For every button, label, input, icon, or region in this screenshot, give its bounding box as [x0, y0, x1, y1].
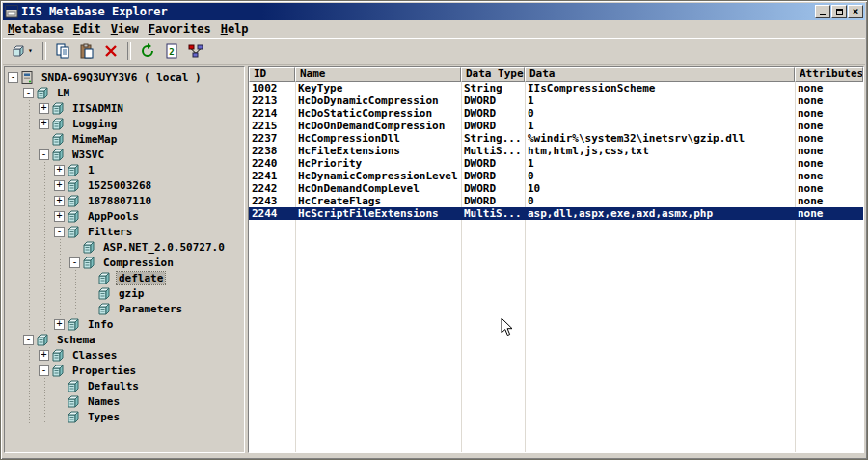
tree-node-names[interactable]: Names [53, 393, 244, 409]
column-header-attributes[interactable]: Attributes [795, 67, 863, 82]
metabase-property-row-2238[interactable]: 2238HcFileExtensionsMultiS...htm,html,js… [249, 145, 863, 157]
metabase-key-icon [68, 210, 83, 223]
tree-children: ASP.NET_2.0.50727.0-Compressiondeflategz… [53, 239, 244, 316]
tree-node-iisadmin[interactable]: +IISADMIN [38, 100, 244, 116]
tree-children: +Classes-PropertiesDefaultsNamesTypes [22, 347, 244, 424]
metabase-property-row-2214[interactable]: 2214HcDoStaticCompressionDWORD0none [249, 107, 863, 120]
metabase-property-row-2215[interactable]: 2215HcDoOnDemandCompressionDWORD1none [249, 120, 863, 132]
tree-node-1[interactable]: +1 [53, 162, 244, 177]
metabase-property-row-2240[interactable]: 2240HcPriorityDWORD1none [249, 157, 863, 170]
collapse-icon[interactable]: - [39, 149, 49, 160]
cell-name: HcDynamicCompressionLevel [295, 170, 461, 182]
tree-node-parameters[interactable]: Parameters [84, 301, 244, 316]
tree-node-label: Logging [70, 118, 119, 130]
network-button[interactable] [184, 41, 207, 62]
expand-icon[interactable]: + [39, 119, 49, 129]
tree-node-logging[interactable]: +Logging [38, 116, 244, 131]
tree-node-compression[interactable]: -Compression [68, 255, 244, 270]
copy-button[interactable] [51, 41, 74, 62]
new-key-button[interactable]: ▾ [7, 41, 38, 62]
metabase-property-row-2243[interactable]: 2243HcCreateFlagsDWORD0none [249, 195, 863, 207]
tree-node-w3svc[interactable]: -W3SVC [38, 147, 244, 162]
collapse-icon[interactable]: - [69, 257, 80, 268]
tree-children: -LM+IISADMIN+LoggingMimeMap-W3SVC+1+1525… [7, 85, 244, 424]
metabase-property-row-2242[interactable]: 2242HcOnDemandCompLevelDWORD10none [249, 182, 863, 195]
expand-icon[interactable]: + [39, 350, 49, 361]
refresh-button[interactable] [136, 41, 159, 62]
tree-children: +1+1525003268+1878807110+AppPools-Filter… [38, 162, 244, 332]
tree-node-mimemap[interactable]: MimeMap [38, 131, 244, 147]
tree-node-1878807110[interactable]: +1878807110 [53, 193, 244, 208]
cell-attributes: none [795, 207, 863, 220]
tree-node-apppools[interactable]: +AppPools [53, 208, 244, 224]
cell-attributes: none [795, 195, 863, 207]
tree-node-label: Defaults [86, 380, 141, 392]
minimize-button[interactable] [815, 5, 830, 18]
cell-id: 2243 [249, 195, 295, 207]
menu-item-metabase[interactable]: Metabase [5, 21, 70, 37]
title-bar[interactable]: IIS Metabase Explorer × [3, 3, 865, 20]
menu-item-favorites[interactable]: Favorites [146, 21, 218, 37]
metabase-property-row-2244[interactable]: 2244HcScriptFileExtensionsMultiS...asp,d… [249, 207, 863, 220]
tree-node-asp-net-2-0-50727-0[interactable]: ASP.NET_2.0.50727.0 [68, 239, 244, 255]
tree-node-properties[interactable]: -Properties [38, 363, 244, 378]
collapse-icon[interactable]: - [23, 335, 34, 345]
tree-children: deflategzipParameters [68, 270, 244, 316]
script-icon: 2 [164, 43, 179, 59]
tree-panel[interactable]: -SNDA-69Q3UYY3V6 ( local )-LM+IISADMIN+L… [4, 66, 245, 453]
cell-data: %windir%\system32\inetsrv\gzip.dll [525, 132, 795, 145]
collapse-icon[interactable]: - [54, 227, 65, 237]
column-header-data[interactable]: Data [525, 67, 795, 82]
dropdown-arrow-icon[interactable]: ▾ [28, 47, 33, 55]
cell-data-type: DWORD [461, 107, 525, 120]
collapse-icon[interactable]: - [8, 72, 18, 83]
list-body[interactable]: 1002KeyTypeStringIIsCompressionSchemenon… [249, 82, 863, 452]
metabase-key-icon [98, 272, 114, 284]
menu-item-view[interactable]: View [108, 21, 146, 37]
collapse-icon[interactable]: - [23, 88, 34, 98]
tree-node-snda-69q3uyy3v6-local[interactable]: -SNDA-69Q3UYY3V6 ( local ) [7, 69, 244, 85]
column-header-name[interactable]: Name [295, 67, 461, 82]
expand-icon[interactable]: + [54, 319, 65, 330]
tree-node-info[interactable]: +Info [53, 316, 244, 332]
menu-item-edit[interactable]: Edit [70, 21, 108, 37]
tree-node-label: AppPools [86, 210, 141, 223]
metabase-property-row-2237[interactable]: 2237HcCompressionDllString...%windir%\sy… [249, 132, 863, 145]
cell-data: 1 [525, 95, 795, 107]
cell-data-type: DWORD [461, 195, 525, 207]
tree-node-defaults[interactable]: Defaults [53, 378, 244, 393]
collapse-icon[interactable]: - [39, 365, 49, 376]
expand-icon[interactable]: + [54, 180, 65, 191]
column-header-id[interactable]: ID [249, 67, 295, 82]
column-header-data-type[interactable]: Data Type [461, 67, 525, 82]
tree-node-classes[interactable]: +Classes [38, 347, 244, 363]
expand-icon[interactable]: + [54, 196, 65, 206]
refresh-icon [140, 43, 155, 59]
tree-children: DefaultsNamesTypes [38, 378, 244, 424]
metabase-property-row-2241[interactable]: 2241HcDynamicCompressionLevelDWORD0none [249, 170, 863, 182]
cell-data-type: String [461, 82, 525, 95]
close-button[interactable]: × [848, 5, 863, 18]
tree-node-1525003268[interactable]: +1525003268 [53, 177, 244, 193]
paste-button[interactable] [75, 41, 98, 62]
cell-data-type: DWORD [461, 120, 525, 132]
maximize-button[interactable] [831, 5, 847, 18]
menu-item-help[interactable]: Help [218, 21, 256, 37]
cell-data: 10 [525, 182, 795, 195]
tree-node-schema[interactable]: -Schema [22, 332, 244, 347]
cell-name: HcOnDemandCompLevel [295, 182, 461, 195]
script-button[interactable]: 2 [160, 41, 183, 62]
tree-node-types[interactable]: Types [53, 409, 244, 424]
metabase-property-row-2213[interactable]: 2213HcDoDynamicCompressionDWORD1none [249, 95, 863, 107]
tree-node-label: IISADMIN [70, 102, 125, 115]
expand-icon[interactable]: + [54, 211, 65, 222]
tree-node-label: 1525003268 [86, 179, 153, 192]
tree-node-filters[interactable]: -Filters [53, 224, 244, 239]
tree-node-deflate[interactable]: deflate [84, 270, 244, 285]
expand-icon[interactable]: + [39, 103, 49, 114]
metabase-property-row-1002[interactable]: 1002KeyTypeStringIIsCompressionSchemenon… [249, 82, 863, 95]
tree-node-lm[interactable]: -LM [22, 85, 244, 100]
expand-icon[interactable]: + [54, 165, 65, 176]
tree-node-gzip[interactable]: gzip [84, 285, 244, 301]
delete-button[interactable] [99, 41, 122, 62]
